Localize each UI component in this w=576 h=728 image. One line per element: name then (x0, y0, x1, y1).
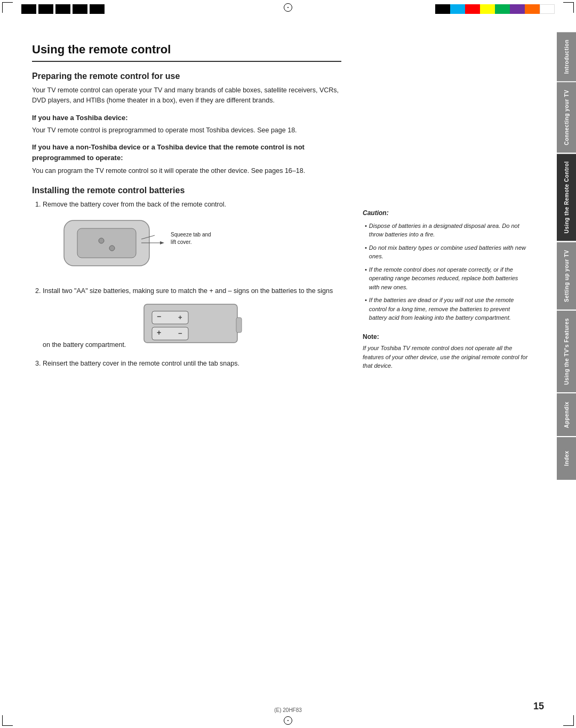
section1-intro: Your TV remote control can operate your … (32, 85, 341, 106)
color-block-white (540, 4, 555, 14)
crop-mark-tl (2, 2, 13, 13)
caution-bullet-1: Dispose of batteries in a designated dis… (363, 221, 528, 239)
tab-remote-control[interactable]: Using the Remote Control (557, 154, 576, 241)
black-block-5 (90, 4, 105, 14)
color-block-green (495, 4, 510, 14)
subsection-toshiba-text: Your TV remote control is preprogrammed … (32, 125, 341, 136)
section1-title: Preparing the remote control for use (32, 72, 341, 81)
crop-mark-br (563, 715, 574, 726)
svg-text:+: + (178, 313, 182, 321)
registration-circle-top (284, 3, 292, 12)
crop-mark-tr (563, 2, 574, 13)
caution-bullet-4: If the batteries are dead or if you will… (363, 296, 528, 322)
color-block-red (465, 4, 480, 14)
caution-bullet-3: If the remote control does not operate c… (363, 265, 528, 292)
crop-mark-bl (2, 715, 13, 726)
svg-rect-12 (236, 318, 242, 333)
svg-point-2 (99, 238, 104, 243)
svg-text:+: + (157, 328, 161, 337)
black-block-2 (38, 4, 53, 14)
page-number: 15 (533, 701, 544, 712)
svg-text:−: − (157, 312, 161, 321)
subsection-toshiba-title: If you have a Toshiba device: (32, 113, 341, 123)
color-block-purple (510, 4, 525, 14)
step3: Reinsert the battery cover in the remote… (43, 359, 341, 369)
battery-compartment-illustration: − + + − (133, 302, 251, 350)
tab-setting-up[interactable]: Setting up your TV (557, 242, 576, 310)
footer-text: (E) 20HF83 (274, 707, 302, 713)
black-block-1 (21, 4, 36, 14)
page-title: Using the remote control (32, 43, 341, 62)
svg-text:−: − (178, 329, 182, 337)
note-text: If your Toshiba TV remote control does n… (363, 344, 528, 370)
color-block-yellow (480, 4, 495, 14)
right-content: Caution: Dispose of batteries in a desig… (352, 21, 533, 379)
color-bar-top (435, 4, 555, 14)
battery-cover-illustration: Squeeze tab and lift cover. (48, 215, 197, 277)
caution-title: Caution: (363, 208, 528, 218)
black-bar-top (21, 4, 105, 14)
tab-index[interactable]: Index (557, 437, 576, 480)
note-title: Note: (363, 332, 528, 342)
battery-steps: Remove the battery cover from the back o… (32, 200, 341, 369)
right-tabs: Introduction Connecting your TV Using th… (557, 32, 576, 481)
main-content: Using the remote control Preparing the r… (21, 21, 352, 379)
color-block-black (435, 4, 450, 14)
subsection-nontoshiba-text: You can program the TV remote control so… (32, 166, 341, 176)
black-block-4 (73, 4, 87, 14)
svg-point-3 (109, 246, 115, 251)
step1: Remove the battery cover from the back o… (43, 200, 341, 283)
svg-rect-1 (77, 228, 136, 258)
tab-features[interactable]: Using the TV's Features (557, 311, 576, 392)
step2: Install two "AA" size batteries, making … (43, 286, 341, 356)
tab-appendix[interactable]: Appendix (557, 393, 576, 436)
caution-bullet-2: Do not mix battery types or combine used… (363, 243, 528, 261)
note-section: Note: If your Toshiba TV remote control … (363, 332, 528, 370)
caution-section: Caution: Dispose of batteries in a desig… (363, 208, 528, 322)
squeeze-label: Squeeze tab and lift cover. (171, 231, 213, 246)
subsection-nontoshiba-title: If you have a non-Toshiba device or a To… (32, 142, 341, 163)
tab-connecting[interactable]: Connecting your TV (557, 82, 576, 153)
registration-circle-bottom (284, 716, 292, 725)
color-block-orange (525, 4, 540, 14)
svg-marker-4 (160, 241, 164, 244)
color-block-cyan (450, 4, 465, 14)
black-block-3 (55, 4, 70, 14)
tab-introduction[interactable]: Introduction (557, 32, 576, 81)
section2-title: Installing the remote control batteries (32, 186, 341, 195)
